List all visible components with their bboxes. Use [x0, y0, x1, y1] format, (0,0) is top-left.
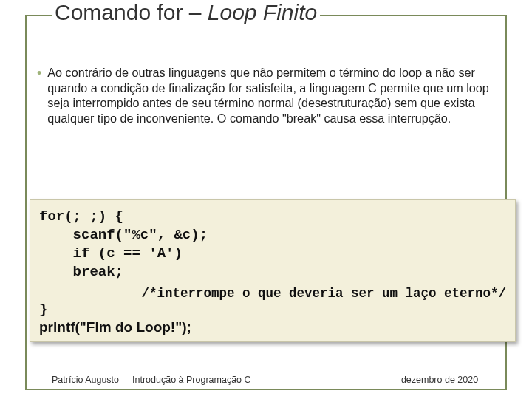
slide-footer: Patrício Augusto Introdução à Programaçã… — [52, 375, 480, 386]
footer-author: Patrício Augusto — [52, 375, 119, 386]
footer-date: dezembro de 2020 — [399, 375, 480, 386]
code-line-3: if (c == 'A') — [39, 245, 506, 263]
code-box: for(; ;) { scanf("%c", &c); if (c == 'A'… — [30, 200, 516, 342]
title-text-italic: Loop Finito — [208, 0, 317, 24]
code-line-1: for(; ;) { — [39, 208, 506, 226]
code-line-4: break; — [39, 263, 506, 282]
bullet-paragraph: • Ao contrário de outras linguagens que … — [37, 65, 499, 126]
code-line-5: } — [39, 301, 506, 319]
slide-title: Comando for – Loop Finito — [52, 0, 320, 25]
code-line-6: printf("Fim do Loop!"); — [39, 319, 506, 335]
paragraph-text: Ao contrário de outras linguagens que nã… — [47, 65, 499, 126]
title-text-plain: Comando for – — [55, 0, 208, 24]
bullet-marker: • — [37, 65, 41, 126]
footer-course: Introdução à Programação C — [132, 375, 251, 386]
code-line-2: scanf("%c", &c); — [39, 226, 506, 245]
code-comment: /*interrompe o que deveria ser um laço e… — [39, 282, 506, 301]
